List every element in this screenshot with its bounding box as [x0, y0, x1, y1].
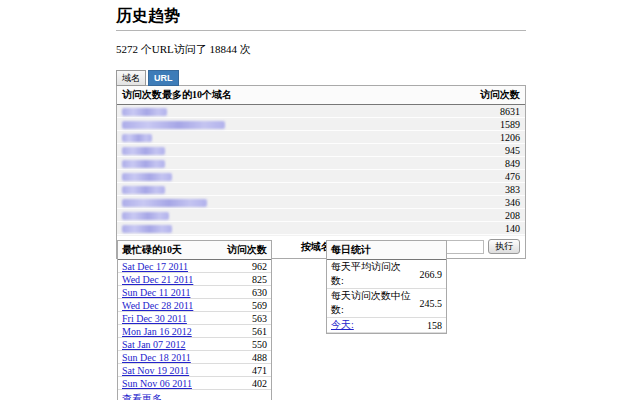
blurred-domain-link[interactable]	[122, 212, 169, 220]
tab-url[interactable]: URL	[148, 70, 179, 86]
daily-stat-row: 每天平均访问次数:266.9	[327, 260, 446, 289]
busiest-day-row: Sat Jan 07 2012550	[118, 338, 271, 351]
see-more-days-link[interactable]: 查看更多...	[122, 393, 170, 400]
domain-cell	[117, 157, 405, 170]
blurred-domain-link[interactable]	[122, 160, 165, 168]
day-link[interactable]: Fri Dec 30 2011	[122, 313, 187, 324]
day-visit-count: 962	[213, 260, 271, 273]
day-link[interactable]: Wed Dec 28 2011	[122, 300, 193, 311]
blurred-domain-link[interactable]	[122, 186, 165, 194]
busiest-days-title: 最忙碌的10天	[118, 241, 213, 260]
blurred-domain-link[interactable]	[122, 225, 172, 233]
domain-visit-count: 8631	[405, 105, 525, 118]
daily-stat-row: 每天访问次数中位数:245.5	[327, 289, 446, 318]
domain-row: 849	[117, 157, 525, 170]
busiest-day-row: Sat Dec 17 2011962	[118, 260, 271, 273]
domain-row: 1206	[117, 131, 525, 144]
domain-cell	[117, 183, 405, 196]
day-visit-count: 550	[213, 338, 271, 351]
day-visit-count: 471	[213, 364, 271, 377]
day-cell: Mon Jan 16 2012	[118, 325, 213, 338]
blurred-domain-link[interactable]	[122, 121, 225, 129]
day-visit-count: 563	[213, 312, 271, 325]
day-link[interactable]: Sat Jan 07 2012	[122, 339, 186, 350]
summary-text: 5272 个URL访问了 18844 次	[116, 42, 526, 57]
busiest-days-panel: 最忙碌的10天 访问次数 Sat Dec 17 2011962Wed Dec 2…	[117, 240, 272, 400]
day-cell: Sun Dec 11 2011	[118, 286, 213, 299]
domain-row: 208	[117, 209, 525, 222]
busiest-days-count-header: 访问次数	[213, 241, 271, 260]
domain-cell	[117, 196, 405, 209]
stat-value: 158	[416, 318, 447, 333]
day-visit-count: 569	[213, 299, 271, 312]
stat-label: 今天:	[327, 318, 416, 333]
day-visit-count: 630	[213, 286, 271, 299]
blurred-domain-link[interactable]	[122, 199, 207, 207]
domains-table-title: 访问次数最多的10个域名	[117, 86, 405, 105]
domain-row: 945	[117, 144, 525, 157]
main-content: 历史趋势 5272 个URL访问了 18844 次 域名 URL 访问次数最多的…	[116, 0, 526, 259]
domains-count-header: 访问次数	[405, 86, 525, 105]
stat-value: 245.5	[416, 289, 447, 318]
busiest-day-row: Sun Dec 11 2011630	[118, 286, 271, 299]
day-link[interactable]: Sun Dec 18 2011	[122, 352, 191, 363]
domain-visit-count: 383	[405, 183, 525, 196]
daily-stat-row: 今天:158	[327, 318, 446, 333]
domain-cell	[117, 118, 405, 131]
domain-visit-count: 346	[405, 196, 525, 209]
today-link[interactable]: 今天:	[331, 319, 354, 330]
domain-visit-count: 140	[405, 222, 525, 235]
domain-row: 383	[117, 183, 525, 196]
domain-visit-count: 945	[405, 144, 525, 157]
day-cell: Sat Nov 19 2011	[118, 364, 213, 377]
domain-cell	[117, 170, 405, 183]
busiest-day-row: Sun Dec 18 2011488	[118, 351, 271, 364]
day-link[interactable]: Sat Dec 17 2011	[122, 261, 188, 272]
busiest-day-row: Fri Dec 30 2011563	[118, 312, 271, 325]
domain-cell	[117, 222, 405, 235]
day-link[interactable]: Wed Dec 21 2011	[122, 274, 193, 285]
domain-row: 1589	[117, 118, 525, 131]
blurred-domain-link[interactable]	[122, 173, 172, 181]
day-cell: Sat Jan 07 2012	[118, 338, 213, 351]
stat-label: 每天平均访问次数:	[327, 260, 416, 289]
page-title: 历史趋势	[116, 6, 526, 31]
day-link[interactable]: Sun Nov 06 2011	[122, 378, 192, 389]
domain-cell	[117, 105, 405, 118]
blurred-domain-link[interactable]	[122, 108, 167, 116]
daily-stats-table: 每日统计 每天平均访问次数:266.9每天访问次数中位数:245.5今天:158	[327, 241, 446, 333]
domain-row: 476	[117, 170, 525, 183]
day-link[interactable]: Sun Dec 11 2011	[122, 287, 190, 298]
daily-stats-title: 每日统计	[327, 241, 446, 260]
domain-visit-count: 208	[405, 209, 525, 222]
blurred-domain-link[interactable]	[122, 134, 152, 142]
stat-value: 266.9	[416, 260, 447, 289]
day-cell: Fri Dec 30 2011	[118, 312, 213, 325]
busiest-day-row: Wed Dec 21 2011825	[118, 273, 271, 286]
domain-cell	[117, 209, 405, 222]
filter-run-button[interactable]: 执行	[488, 239, 520, 254]
busiest-days-footer: 查看更多...	[118, 390, 271, 400]
tab-bar: 域名 URL	[116, 70, 526, 85]
busiest-days-table: 最忙碌的10天 访问次数 Sat Dec 17 2011962Wed Dec 2…	[118, 241, 271, 390]
domain-cell	[117, 131, 405, 144]
blurred-domain-link[interactable]	[122, 147, 165, 155]
day-visit-count: 488	[213, 351, 271, 364]
day-link[interactable]: Sat Nov 19 2011	[122, 365, 189, 376]
busiest-day-row: Wed Dec 28 2011569	[118, 299, 271, 312]
domain-visit-count: 1206	[405, 131, 525, 144]
day-cell: Wed Dec 21 2011	[118, 273, 213, 286]
top-domains-table: 访问次数最多的10个域名 访问次数 8631158912069458494763…	[117, 86, 525, 235]
domain-cell	[117, 144, 405, 157]
tab-domain[interactable]: 域名	[116, 70, 146, 86]
top-domains-panel: 访问次数最多的10个域名 访问次数 8631158912069458494763…	[116, 85, 526, 259]
daily-stats-panel: 每日统计 每天平均访问次数:266.9每天访问次数中位数:245.5今天:158	[326, 240, 447, 334]
day-visit-count: 561	[213, 325, 271, 338]
busiest-day-row: Sat Nov 19 2011471	[118, 364, 271, 377]
day-cell: Sun Dec 18 2011	[118, 351, 213, 364]
domain-row: 140	[117, 222, 525, 235]
domain-row: 8631	[117, 105, 525, 118]
day-link[interactable]: Mon Jan 16 2012	[122, 326, 192, 337]
day-cell: Sun Nov 06 2011	[118, 377, 213, 390]
day-visit-count: 402	[213, 377, 271, 390]
